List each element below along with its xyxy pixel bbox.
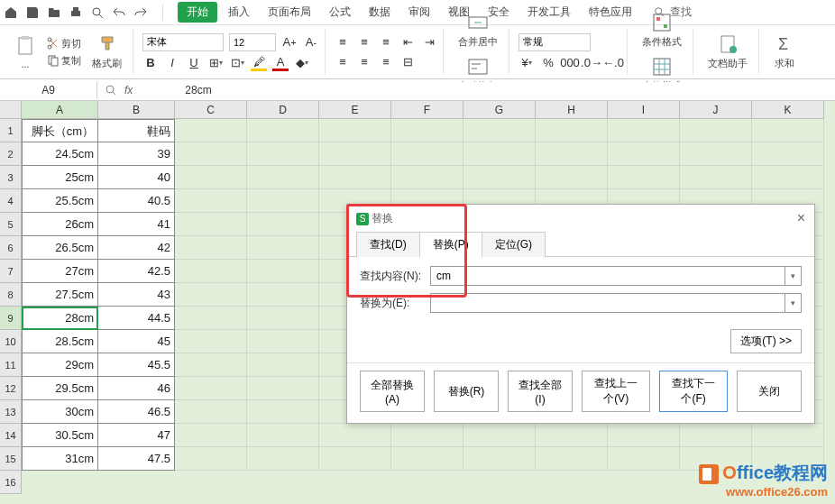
cell-B15[interactable]: 47.5 — [98, 447, 175, 471]
cell-C15[interactable] — [175, 447, 247, 471]
cell-K14[interactable] — [752, 424, 824, 447]
cell-F14[interactable] — [391, 424, 463, 447]
zoom-icon[interactable] — [105, 84, 117, 96]
replace-button[interactable]: 替换(R) — [434, 371, 499, 412]
cell-F15[interactable] — [391, 447, 463, 471]
tab-insert[interactable]: 插入 — [221, 1, 257, 23]
cell-A5[interactable]: 26cm — [22, 213, 98, 236]
cell-I15[interactable] — [608, 447, 680, 471]
row-header-7[interactable]: 7 — [0, 260, 22, 283]
increase-font-icon[interactable]: A+ — [281, 34, 298, 50]
cell-A4[interactable]: 25.5cm — [22, 189, 98, 213]
close-button[interactable]: 关闭 — [737, 371, 802, 412]
formula-input[interactable] — [178, 82, 835, 98]
cell-C1[interactable] — [175, 119, 247, 142]
tab-formula[interactable]: 公式 — [322, 1, 358, 23]
cell-F3[interactable] — [391, 166, 463, 189]
cell-D12[interactable] — [247, 377, 319, 400]
cell-J3[interactable] — [680, 166, 752, 189]
cell-C6[interactable] — [175, 236, 247, 260]
replace-input[interactable] — [430, 293, 785, 313]
cell-C10[interactable] — [175, 330, 247, 353]
home-icon[interactable] — [4, 5, 18, 20]
cell-B10[interactable]: 45 — [98, 330, 175, 353]
cell-A6[interactable]: 26.5cm — [22, 236, 98, 260]
italic-button[interactable]: I — [164, 55, 180, 71]
percent-icon[interactable]: % — [540, 55, 556, 71]
cell-B5[interactable]: 41 — [98, 213, 175, 236]
cell-G15[interactable] — [463, 447, 536, 471]
col-header-I[interactable]: I — [608, 101, 680, 119]
row-header-16[interactable]: 16 — [0, 471, 22, 494]
select-all-corner[interactable] — [0, 101, 22, 119]
cell-A10[interactable]: 28.5cm — [22, 330, 98, 353]
decrease-font-icon[interactable]: A- — [303, 34, 319, 50]
col-header-J[interactable]: J — [680, 101, 752, 119]
align-right-icon[interactable]: ≡ — [378, 54, 394, 70]
cell-A13[interactable]: 30cm — [22, 400, 98, 424]
cell-K3[interactable] — [752, 166, 824, 189]
cell-B1[interactable]: 鞋码 — [98, 119, 175, 142]
redo-icon[interactable] — [133, 5, 148, 20]
cell-B13[interactable]: 46.5 — [98, 400, 175, 424]
cell-B8[interactable]: 43 — [98, 283, 175, 307]
cell-A2[interactable]: 24.5cm — [22, 142, 98, 166]
cell-J1[interactable] — [680, 119, 752, 142]
row-header-2[interactable]: 2 — [0, 142, 22, 166]
cell-D15[interactable] — [247, 447, 319, 471]
cell-B4[interactable]: 40.5 — [98, 189, 175, 213]
align-center-icon[interactable]: ≡ — [356, 54, 372, 70]
cell-G1[interactable] — [463, 119, 536, 142]
cell-C9[interactable] — [175, 307, 247, 330]
row-header-10[interactable]: 10 — [0, 330, 22, 353]
cell-G14[interactable] — [463, 424, 536, 447]
cell-D4[interactable] — [247, 189, 319, 213]
row-header-1[interactable]: 1 — [0, 119, 22, 142]
cell-B11[interactable]: 45.5 — [98, 353, 175, 377]
cell-B6[interactable]: 42 — [98, 236, 175, 260]
cell-E15[interactable] — [319, 447, 391, 471]
align-bottom-icon[interactable]: ≡ — [378, 34, 394, 50]
underline-button[interactable]: U — [186, 55, 202, 71]
thousands-icon[interactable]: 000 — [562, 55, 578, 71]
align-top-icon[interactable]: ≡ — [335, 34, 351, 50]
copy-button[interactable]: 复制 — [47, 54, 81, 68]
row-header-15[interactable]: 15 — [0, 447, 22, 471]
row-header-3[interactable]: 3 — [0, 166, 22, 189]
decrease-decimal-icon[interactable]: ←.0 — [605, 55, 621, 71]
doc-helper-button[interactable]: 文档助手 — [702, 32, 753, 72]
find-prev-button[interactable]: 查找上一个(V) — [582, 371, 650, 412]
cell-E3[interactable] — [319, 166, 391, 189]
cell-E14[interactable] — [319, 424, 391, 447]
cell-A3[interactable]: 25cm — [22, 166, 98, 189]
font-color-button[interactable]: A — [272, 55, 289, 71]
merge-split-icon[interactable]: ⊟ — [399, 54, 416, 70]
tab-review[interactable]: 审阅 — [401, 1, 437, 23]
row-header-13[interactable]: 13 — [0, 400, 22, 424]
cell-G3[interactable] — [463, 166, 536, 189]
cell-I3[interactable] — [608, 166, 680, 189]
cell-C2[interactable] — [175, 142, 247, 166]
cell-E2[interactable] — [319, 142, 391, 166]
cell-A12[interactable]: 29.5cm — [22, 377, 98, 400]
cell-K1[interactable] — [752, 119, 824, 142]
indent-right-icon[interactable]: ⇥ — [421, 34, 437, 50]
cell-A14[interactable]: 30.5cm — [22, 424, 98, 447]
dialog-tab-goto[interactable]: 定位(G) — [482, 232, 546, 257]
cell-H15[interactable] — [536, 447, 608, 471]
more-font-button[interactable]: ⊡▾ — [229, 55, 245, 71]
indent-left-icon[interactable]: ⇤ — [399, 34, 416, 50]
bold-button[interactable]: B — [142, 55, 159, 71]
cell-F2[interactable] — [391, 142, 463, 166]
options-button[interactable]: 选项(T) >> — [730, 329, 802, 353]
save-icon[interactable] — [25, 5, 40, 20]
cell-A15[interactable]: 31cm — [22, 447, 98, 471]
cell-J2[interactable] — [680, 142, 752, 166]
cell-C12[interactable] — [175, 377, 247, 400]
replace-dropdown-icon[interactable]: ▾ — [785, 293, 802, 313]
currency-icon[interactable]: ¥▾ — [518, 55, 535, 71]
cell-B9[interactable]: 44.5 — [98, 307, 175, 330]
cell-D2[interactable] — [247, 142, 319, 166]
cell-D8[interactable] — [247, 283, 319, 307]
find-next-button[interactable]: 查找下一个(F) — [659, 371, 728, 412]
